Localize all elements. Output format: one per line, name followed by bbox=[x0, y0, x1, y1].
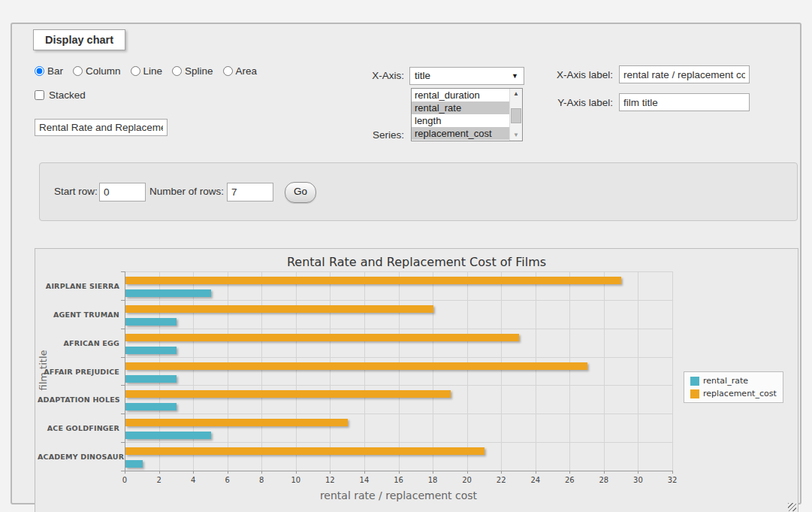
legend-swatch bbox=[690, 377, 699, 386]
scroll-down-icon[interactable]: ▼ bbox=[510, 130, 522, 141]
category-label: AIRPLANE SIERRA bbox=[38, 282, 119, 291]
x-tick-label: 6 bbox=[216, 476, 239, 484]
x-gridline bbox=[638, 271, 638, 471]
chart-type-option-column[interactable]: Column bbox=[73, 65, 121, 77]
series-option-replacement_cost[interactable]: replacement_cost bbox=[412, 127, 510, 140]
scroll-up-icon[interactable]: ▲ bbox=[510, 89, 522, 99]
chart-type-radio-line[interactable] bbox=[131, 66, 140, 76]
legend-item-replacement_cost[interactable]: replacement_cost bbox=[690, 389, 777, 398]
series-listbox[interactable]: rental_durationrental_ratelengthreplacem… bbox=[411, 88, 523, 141]
x-tick-label: 18 bbox=[421, 476, 444, 484]
legend-label: rental_rate bbox=[703, 376, 748, 386]
chart-type-radio-group: BarColumnLineSplineArea bbox=[35, 65, 257, 77]
x-axis-tick bbox=[672, 471, 673, 474]
legend-swatch bbox=[690, 389, 699, 398]
series-option-length[interactable]: length bbox=[412, 114, 510, 127]
bar-rental_rate[interactable] bbox=[125, 460, 143, 468]
chart-type-option-spline[interactable]: Spline bbox=[172, 65, 213, 77]
x-gridline bbox=[399, 271, 400, 471]
category-label: AFFAIR PREJUDICE bbox=[38, 368, 119, 377]
panel-title: Display chart bbox=[33, 29, 125, 50]
x-tick-label: 32 bbox=[661, 476, 684, 484]
listbox-scrollbar[interactable]: ▲ ▼ bbox=[509, 89, 522, 141]
y-gridline bbox=[125, 414, 672, 414]
bar-rental_rate[interactable] bbox=[125, 403, 177, 411]
bar-rental_rate[interactable] bbox=[125, 347, 177, 354]
x-tick-label: 12 bbox=[318, 476, 341, 484]
stacked-checkbox[interactable] bbox=[35, 90, 44, 100]
series-options: rental_durationrental_ratelengthreplacem… bbox=[412, 89, 522, 140]
x-axis-label-input[interactable] bbox=[619, 65, 750, 83]
page: BarColumnLineSplineArea Stacked X-Axis: … bbox=[0, 0, 812, 512]
bar-replacement_cost[interactable] bbox=[125, 277, 621, 284]
bar-replacement_cost[interactable] bbox=[125, 390, 451, 398]
x-tick-label: 8 bbox=[250, 476, 273, 484]
x-tick-label: 14 bbox=[353, 476, 376, 484]
resize-handle[interactable] bbox=[788, 503, 796, 511]
x-gridline bbox=[296, 271, 297, 471]
x-axis-line bbox=[125, 471, 672, 471]
category-label: ACADEMY DINOSAUR bbox=[38, 453, 119, 462]
chart-type-label: Bar bbox=[47, 65, 63, 77]
start-row-label: Start row: bbox=[54, 186, 98, 197]
series-listbox-label: Series: bbox=[335, 129, 404, 141]
bar-replacement_cost[interactable] bbox=[125, 447, 484, 455]
go-button[interactable]: Go bbox=[285, 182, 316, 203]
bar-rental_rate[interactable] bbox=[125, 289, 211, 297]
chart-type-radio-area[interactable] bbox=[223, 66, 233, 76]
num-rows-label: Number of rows: bbox=[149, 186, 224, 197]
chart-type-label: Column bbox=[86, 65, 121, 77]
y-gridline bbox=[125, 357, 672, 358]
x-gridline bbox=[467, 271, 468, 471]
chart-title-input[interactable] bbox=[35, 119, 168, 136]
series-option-rental_duration[interactable]: rental_duration bbox=[412, 89, 510, 101]
x-axis-title: rental rate / replacement cost bbox=[125, 489, 672, 501]
x-tick-label: 10 bbox=[285, 476, 307, 484]
y-axis-label-caption: Y-Axis label: bbox=[538, 97, 613, 108]
bar-replacement_cost[interactable] bbox=[125, 334, 519, 341]
x-axis-select[interactable]: title ▼ bbox=[409, 67, 524, 85]
bar-rental_rate[interactable] bbox=[125, 318, 177, 326]
chart-type-option-line[interactable]: Line bbox=[131, 65, 163, 77]
x-tick-label: 4 bbox=[182, 476, 204, 484]
chart-type-radio-spline[interactable] bbox=[172, 66, 182, 76]
x-axis-select-label: X-Axis: bbox=[335, 70, 404, 81]
scrollbar-thumb[interactable] bbox=[511, 108, 521, 123]
bar-replacement_cost[interactable] bbox=[125, 305, 433, 313]
chart-type-option-bar[interactable]: Bar bbox=[35, 65, 63, 77]
chart-legend: rental_ratereplacement_cost bbox=[684, 371, 783, 403]
y-axis-line bbox=[125, 271, 125, 471]
x-gridline bbox=[330, 271, 331, 471]
x-tick-label: 24 bbox=[524, 476, 547, 484]
category-label: ACE GOLDFINGER bbox=[38, 424, 119, 433]
display-chart-panel: BarColumnLineSplineArea Stacked X-Axis: … bbox=[11, 23, 801, 504]
x-gridline bbox=[228, 271, 228, 471]
stacked-option[interactable]: Stacked bbox=[35, 89, 86, 101]
chart-type-radio-bar[interactable] bbox=[35, 66, 44, 76]
x-gridline bbox=[501, 271, 502, 471]
chart-title: Rental Rate and Replacement Cost of Film… bbox=[35, 255, 798, 269]
bar-replacement_cost[interactable] bbox=[125, 362, 587, 370]
x-gridline bbox=[261, 271, 262, 471]
bar-replacement_cost[interactable] bbox=[125, 419, 348, 426]
x-tick-label: 26 bbox=[558, 476, 581, 484]
series-option-rental_rate[interactable]: rental_rate bbox=[412, 101, 510, 114]
category-label: AGENT TRUMAN bbox=[38, 311, 119, 320]
y-gridline bbox=[125, 300, 672, 301]
y-gridline bbox=[125, 385, 672, 386]
x-tick-label: 2 bbox=[148, 476, 171, 484]
bar-rental_rate[interactable] bbox=[125, 432, 211, 439]
x-gridline bbox=[569, 271, 570, 471]
x-axis-label-caption: X-Axis label: bbox=[538, 69, 613, 80]
x-gridline bbox=[159, 271, 160, 471]
x-gridline bbox=[536, 271, 536, 471]
chart-type-radio-column[interactable] bbox=[73, 66, 83, 76]
chart-type-option-area[interactable]: Area bbox=[223, 65, 258, 77]
num-rows-input[interactable] bbox=[227, 183, 273, 201]
plot-area: 02468101214161820222426283032AIRPLANE SI… bbox=[125, 271, 672, 471]
x-tick-label: 22 bbox=[490, 476, 512, 484]
bar-rental_rate[interactable] bbox=[125, 375, 177, 383]
legend-item-rental_rate[interactable]: rental_rate bbox=[690, 376, 777, 386]
start-row-input[interactable] bbox=[99, 183, 146, 201]
y-axis-label-input[interactable] bbox=[619, 93, 750, 111]
